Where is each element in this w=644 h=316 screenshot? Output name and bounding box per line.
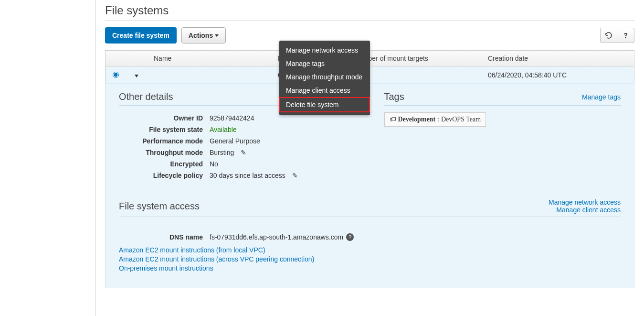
refresh-icon: [605, 32, 612, 39]
col-creation-date[interactable]: Creation date: [483, 51, 634, 66]
left-sidebar-placeholder: [0, 0, 95, 316]
perf-mode-label: Performance mode: [119, 137, 210, 145]
dns-name-value: fs-07931dd6.efs.ap-south-1.amazonaws.com: [210, 233, 343, 241]
col-expand: [125, 51, 149, 66]
manage-network-access-link[interactable]: Manage network access: [549, 198, 621, 206]
row-expand-toggle[interactable]: [135, 75, 138, 77]
title-divider: [105, 20, 634, 21]
manage-tags-link[interactable]: Manage tags: [582, 93, 621, 101]
edit-lifecycle-button[interactable]: ✎: [292, 172, 298, 179]
encrypted-value: No: [210, 160, 218, 168]
create-file-system-button[interactable]: Create file system: [105, 27, 177, 44]
page-title: File systems: [105, 4, 634, 17]
cell-name: [149, 66, 273, 84]
col-select: [106, 51, 126, 66]
tag-key: Development: [398, 116, 436, 123]
menu-delete-file-system[interactable]: Delete file system: [279, 97, 370, 112]
actions-label: Actions: [189, 31, 213, 40]
fs-access-title: File system access: [119, 201, 200, 212]
lifecycle-label: Lifecycle policy: [119, 172, 210, 179]
fs-state-label: File system state: [119, 126, 210, 133]
menu-manage-client-access[interactable]: Manage client access: [279, 84, 370, 97]
col-name[interactable]: Name: [149, 51, 273, 66]
fs-state-value: Available: [210, 126, 237, 133]
chevron-down-icon: [215, 34, 219, 37]
dns-name-label: DNS name: [119, 233, 210, 241]
dns-help-icon[interactable]: ?: [346, 233, 354, 241]
throughput-value: Bursting: [210, 149, 234, 156]
throughput-label: Throughput mode: [119, 149, 210, 156]
edit-throughput-button[interactable]: ✎: [241, 149, 246, 156]
other-details-title: Other details: [119, 91, 173, 102]
main-content: File systems Create file system Actions …: [95, 0, 644, 316]
help-icon: ?: [623, 32, 628, 39]
tags-column: Tags Manage tags 🏷 Development: DevOPS T…: [384, 91, 621, 181]
tag-chip: 🏷 Development: DevOPS Team: [384, 112, 486, 127]
mount-instruction-links: Amazon EC2 mount instructions (from loca…: [119, 246, 621, 272]
menu-manage-throughput-mode[interactable]: Manage throughput mode: [279, 70, 370, 84]
help-button[interactable]: ?: [617, 28, 634, 43]
menu-manage-network-access[interactable]: Manage network access: [279, 44, 370, 57]
actions-dropdown-menu: Manage network access Manage tags Manage…: [279, 41, 370, 115]
mount-link-local-vpc[interactable]: Amazon EC2 mount instructions (from loca…: [119, 246, 621, 254]
manage-client-access-link[interactable]: Manage client access: [549, 206, 621, 214]
menu-manage-tags[interactable]: Manage tags: [279, 57, 370, 70]
owner-id-label: Owner ID: [119, 114, 210, 122]
owner-id-value: 925879442424: [210, 114, 254, 122]
refresh-button[interactable]: [600, 28, 617, 43]
row-select-radio[interactable]: [113, 72, 119, 78]
tag-value: DevOPS Team: [441, 116, 481, 123]
perf-mode-value: General Purpose: [210, 137, 260, 145]
tag-icon: 🏷: [390, 116, 396, 123]
lifecycle-value: 30 days since last access: [210, 172, 285, 179]
cell-creation-date: 06/24/2020, 04:58:40 UTC: [483, 66, 634, 84]
mount-link-across-vpc[interactable]: Amazon EC2 mount instructions (across VP…: [119, 255, 621, 263]
encrypted-label: Encrypted: [119, 160, 210, 168]
tags-title: Tags: [384, 91, 404, 102]
file-system-access-section: File system access Manage network access…: [119, 198, 621, 272]
actions-dropdown-button[interactable]: Actions: [181, 27, 226, 44]
mount-link-onprem[interactable]: On-premises mount instructions: [119, 264, 621, 272]
